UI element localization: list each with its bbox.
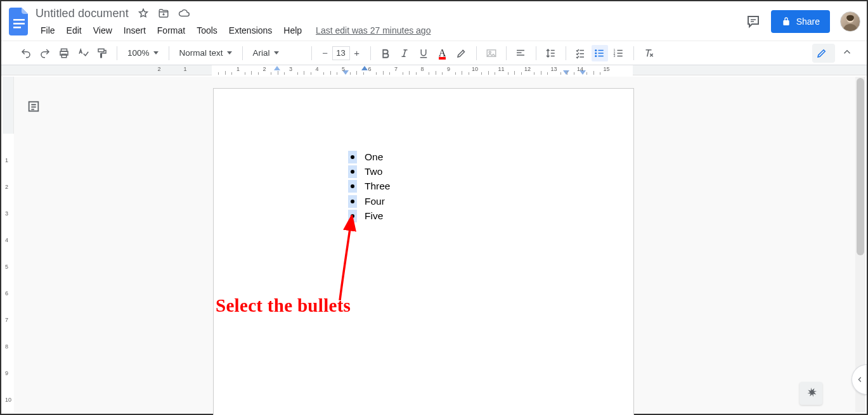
menu-edit[interactable]: Edit <box>62 23 87 38</box>
zoom-value: 100% <box>127 48 150 58</box>
font-size-increase[interactable]: + <box>350 46 364 60</box>
list-item[interactable]: Three <box>348 179 391 194</box>
chevron-down-icon <box>227 51 232 54</box>
insert-image-button[interactable] <box>483 45 500 61</box>
redo-button[interactable] <box>37 45 53 61</box>
font-family-dropdown[interactable]: Arial <box>249 45 305 61</box>
move-icon[interactable] <box>158 8 169 19</box>
list-item-text[interactable]: Five <box>365 210 383 222</box>
list-item-text[interactable]: Four <box>365 196 385 207</box>
font-size-input[interactable]: 13 <box>332 46 350 60</box>
svg-rect-13 <box>598 49 603 51</box>
toolbar-separator <box>506 46 507 60</box>
editing-mode-dropdown[interactable] <box>812 44 835 63</box>
list-item-text[interactable]: Two <box>365 166 382 177</box>
ruler-number: 2 <box>157 66 160 72</box>
share-button[interactable]: Share <box>771 10 830 33</box>
star-icon[interactable] <box>138 8 149 19</box>
vertical-scrollbar[interactable] <box>855 77 865 412</box>
paragraph-style-dropdown[interactable]: Normal text <box>176 45 236 61</box>
list-item[interactable]: Two <box>348 164 391 179</box>
app-header: Untitled document File Edit View Insert … <box>1 1 867 41</box>
menu-extensions[interactable]: Extensions <box>224 23 277 38</box>
ruler-number: 10 <box>5 397 11 403</box>
toolbar-separator <box>370 46 371 60</box>
ruler-number: 4 <box>315 66 318 72</box>
undo-button[interactable] <box>18 45 34 61</box>
bullet-selected[interactable] <box>348 195 357 208</box>
formatting-toolbar: 100% Normal text Arial − 13 + A 123 <box>1 41 867 65</box>
document-outline-button[interactable] <box>24 97 43 116</box>
list-item[interactable]: Five <box>348 209 391 224</box>
docs-logo[interactable] <box>6 5 32 38</box>
checklist-dropdown[interactable] <box>573 45 589 61</box>
svg-point-10 <box>595 49 597 51</box>
document-title[interactable]: Untitled document <box>36 7 129 20</box>
hide-menus-button[interactable] <box>839 44 855 63</box>
bullet-selected[interactable] <box>348 210 357 222</box>
comment-history-icon[interactable] <box>746 14 761 29</box>
svg-rect-14 <box>598 53 603 54</box>
last-edit-link[interactable]: Last edit was 27 minutes ago <box>316 25 431 35</box>
horizontal-ruler[interactable]: 2 1 123456789101112131415 <box>1 65 867 75</box>
chevron-down-icon <box>153 51 159 54</box>
bullet-icon <box>351 184 354 188</box>
bullet-icon <box>351 155 354 159</box>
svg-rect-7 <box>98 49 104 52</box>
ruler-number: 7 <box>5 317 8 323</box>
bullet-selected[interactable] <box>348 151 357 163</box>
paragraph-style-value: Normal text <box>179 48 223 58</box>
numbered-list-dropdown[interactable]: 123 <box>611 45 627 61</box>
list-item-text[interactable]: One <box>365 151 383 163</box>
menu-view[interactable]: View <box>88 23 117 38</box>
svg-rect-0 <box>13 19 25 21</box>
ruler-number: 1 <box>5 157 8 163</box>
toolbar-separator <box>311 46 312 60</box>
svg-point-11 <box>595 52 597 54</box>
bullet-selected[interactable] <box>348 165 357 178</box>
toolbar-separator <box>566 46 566 60</box>
ruler-number: 12 <box>524 66 531 72</box>
zoom-dropdown[interactable]: 100% <box>124 45 162 61</box>
italic-button[interactable] <box>396 45 413 61</box>
scrollbar-thumb[interactable] <box>857 78 864 255</box>
toolbar-separator <box>476 46 477 60</box>
spellcheck-button[interactable] <box>75 45 91 61</box>
bold-button[interactable] <box>377 45 394 61</box>
list-item-text[interactable]: Three <box>365 181 391 192</box>
clear-formatting-button[interactable] <box>640 45 657 61</box>
print-button[interactable] <box>56 45 72 61</box>
list-item[interactable]: Four <box>348 194 391 208</box>
cloud-status-icon[interactable] <box>178 8 190 19</box>
menu-help[interactable]: Help <box>278 23 307 38</box>
align-dropdown[interactable] <box>513 45 529 61</box>
svg-rect-1 <box>13 23 25 25</box>
menu-tools[interactable]: Tools <box>191 23 223 38</box>
line-spacing-dropdown[interactable] <box>543 45 559 61</box>
bullet-icon <box>351 170 354 174</box>
document-page[interactable]: One Two Three Four Five <box>213 88 634 415</box>
ruler-number: 2 <box>5 184 8 190</box>
ruler-number: 13 <box>550 66 557 72</box>
svg-text:3: 3 <box>613 54 615 58</box>
list-item[interactable]: One <box>348 150 391 164</box>
bulleted-list-dropdown[interactable] <box>592 45 608 61</box>
explore-button[interactable] <box>800 382 822 405</box>
bulleted-list[interactable]: One Two Three Four Five <box>348 150 391 224</box>
paint-format-button[interactable] <box>94 45 110 61</box>
bullet-selected[interactable] <box>348 180 357 193</box>
account-avatar[interactable] <box>840 11 860 32</box>
font-size-decrease[interactable]: − <box>318 46 332 60</box>
menu-format[interactable]: Format <box>152 23 190 38</box>
menu-file[interactable]: File <box>36 23 60 38</box>
ruler-number: 11 <box>498 66 504 72</box>
vertical-ruler[interactable]: 123456789101112 <box>3 77 14 412</box>
svg-point-12 <box>595 55 597 57</box>
chevron-down-icon <box>274 51 279 54</box>
bullet-icon <box>351 200 354 203</box>
menu-insert[interactable]: Insert <box>119 23 151 38</box>
underline-button[interactable] <box>415 45 432 61</box>
highlight-color-button[interactable] <box>453 45 470 61</box>
bullet-icon <box>351 214 354 218</box>
text-color-button[interactable]: A <box>434 45 451 61</box>
